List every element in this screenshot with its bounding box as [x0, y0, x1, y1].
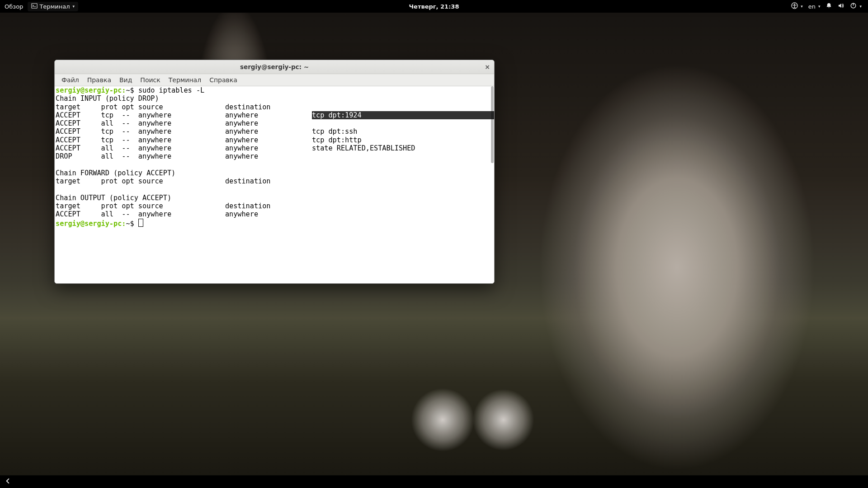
activities-label: Обзор: [5, 3, 23, 10]
menu-search[interactable]: Поиск: [136, 75, 164, 85]
command-text: sudo iptables -L: [138, 86, 204, 94]
active-app-label: Терминал: [39, 3, 70, 10]
terminal-viewport[interactable]: sergiy@sergiy-pc:~$ sudo iptables -L Cha…: [55, 86, 494, 283]
selected-text: tcp dpt:1924: [312, 111, 494, 119]
menu-file[interactable]: Файл: [57, 75, 83, 85]
chain-output-header: Chain OUTPUT (policy ACCEPT): [56, 194, 171, 202]
table-row: ACCEPT tcp -- anywhere anywhere tcp dpt:…: [56, 136, 362, 144]
prompt-path: ~$: [126, 220, 138, 228]
table-header: target prot opt source destination: [56, 103, 270, 111]
table-header: target prot opt source destination: [56, 177, 270, 185]
prompt-user-host: sergiy@sergiy-pc:: [56, 220, 126, 228]
window-titlebar[interactable]: sergiy@sergiy-pc: ~ ×: [55, 60, 494, 74]
table-header: target prot opt source destination: [56, 202, 270, 210]
table-row: ACCEPT all -- anywhere anywhere: [56, 119, 258, 127]
terminal-menubar: Файл Правка Вид Поиск Терминал Справка: [55, 74, 494, 86]
menu-view[interactable]: Вид: [115, 75, 136, 85]
table-row: ACCEPT all -- anywhere anywhere state RE…: [56, 144, 415, 152]
menu-help[interactable]: Справка: [205, 75, 241, 85]
svg-rect-0: [32, 3, 37, 8]
terminal-cursor: [138, 219, 143, 227]
table-row: ACCEPT all -- anywhere anywhere: [56, 210, 258, 218]
prompt-user-host: sergiy@sergiy-pc:: [56, 86, 126, 94]
chain-forward-header: Chain FORWARD (policy ACCEPT): [56, 169, 175, 177]
table-row: ACCEPT tcp -- anywhere anywhere tcp dpt:…: [56, 127, 358, 136]
terminal-window: sergiy@sergiy-pc: ~ × Файл Правка Вид По…: [54, 60, 495, 284]
top-panel: Обзор Терминал ▾ Четверг, 21:38 ▾ en ▾: [0, 0, 652, 13]
scrollbar-thumb[interactable]: [491, 86, 494, 163]
window-close-button[interactable]: ×: [483, 63, 491, 71]
active-app-menu[interactable]: Терминал ▾: [28, 2, 78, 11]
prompt-path: ~$: [126, 86, 138, 94]
terminal-output: sergiy@sergiy-pc:~$ sudo iptables -L Cha…: [55, 86, 494, 228]
menu-edit[interactable]: Правка: [83, 75, 115, 85]
chain-input-header: Chain INPUT (policy DROP): [56, 94, 159, 103]
terminal-icon: [31, 3, 38, 10]
window-title: sergiy@sergiy-pc: ~: [240, 63, 309, 70]
close-icon: ×: [485, 63, 490, 70]
terminal-scrollbar[interactable]: [491, 86, 494, 283]
menu-terminal[interactable]: Терминал: [165, 75, 205, 85]
activities-button[interactable]: Обзор: [5, 3, 23, 10]
table-row: DROP all -- anywhere anywhere: [56, 152, 258, 160]
panel-clock: Четверг, 21:38: [0, 3, 652, 10]
chevron-down-icon: ▾: [72, 4, 75, 9]
table-row: ACCEPT tcp -- anywhere anywhere: [56, 111, 312, 119]
